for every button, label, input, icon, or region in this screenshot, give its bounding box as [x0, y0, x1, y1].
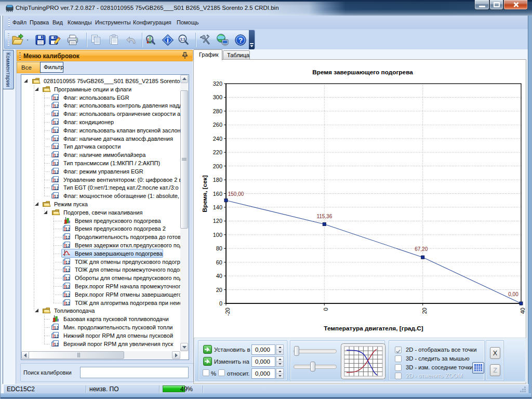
svg-text:300: 300 [213, 94, 222, 100]
svg-text:80: 80 [216, 245, 222, 251]
svg-text:Время завершающего подогрева: Время завершающего подогрева [312, 69, 413, 76]
svg-text:0: 0 [323, 308, 329, 311]
svg-text:140: 140 [213, 204, 222, 210]
svg-text:0,00: 0,00 [508, 291, 518, 297]
svg-text:180: 180 [213, 177, 222, 183]
svg-text:115,36: 115,36 [316, 214, 332, 219]
svg-text:150,00: 150,00 [228, 191, 244, 197]
svg-text:320: 320 [213, 81, 222, 87]
svg-text:200: 200 [213, 163, 222, 169]
svg-text:260: 260 [213, 122, 222, 128]
svg-text:-20: -20 [224, 308, 231, 316]
svg-text:20: 20 [216, 287, 222, 293]
svg-text:40: 40 [216, 273, 222, 279]
svg-text:100: 100 [213, 232, 222, 238]
svg-text:0: 0 [219, 300, 222, 307]
svg-text:?: ? [238, 36, 243, 44]
svg-text:20: 20 [421, 308, 428, 314]
svg-text:Температура двигателя, [град.: Температура двигателя, [град.С] [324, 325, 423, 332]
svg-text:240: 240 [213, 136, 222, 142]
svg-text:1:1: 1:1 [180, 37, 185, 42]
svg-text:40: 40 [520, 308, 526, 314]
svg-text:Время, [сек]: Время, [сек] [201, 175, 208, 212]
svg-text:220: 220 [213, 149, 222, 155]
svg-text:60: 60 [216, 259, 222, 265]
svg-text:160: 160 [213, 191, 222, 197]
svg-text:67,20: 67,20 [415, 246, 428, 252]
svg-text:280: 280 [213, 108, 222, 114]
svg-text:120: 120 [213, 218, 222, 224]
